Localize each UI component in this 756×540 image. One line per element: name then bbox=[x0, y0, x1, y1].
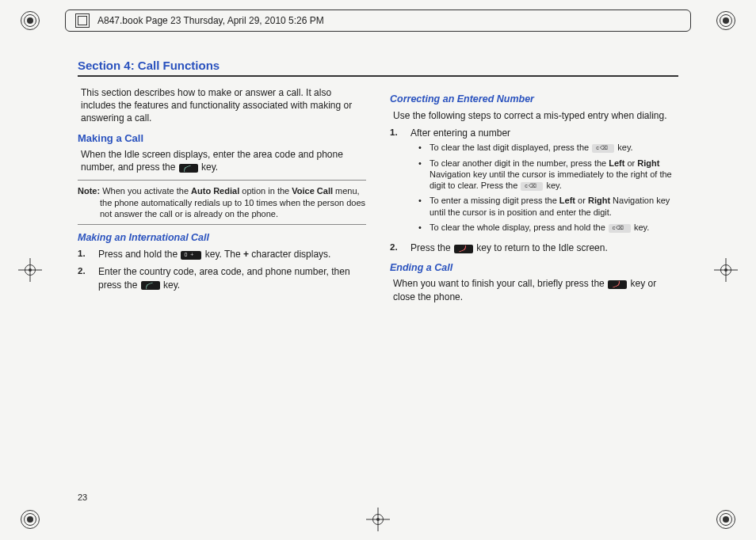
crop-mark-icon bbox=[21, 11, 40, 30]
header-bar: A847.book Page 23 Thursday, April 29, 20… bbox=[65, 10, 691, 32]
intro-text: This section describes how to make or an… bbox=[78, 86, 366, 125]
bullet-clear-whole: •To clear the whole display, press and h… bbox=[418, 222, 678, 233]
crop-mark-icon bbox=[716, 11, 735, 30]
crop-mark-icon bbox=[716, 510, 735, 529]
ending-call-heading: Ending a Call bbox=[390, 261, 678, 275]
intl-step-1: 1. Press and hold the key. The + charact… bbox=[78, 248, 366, 260]
crop-mark-icon bbox=[21, 510, 40, 529]
registration-mark-icon bbox=[716, 260, 735, 280]
bullet-clear-last: •To clear the last digit displayed, pres… bbox=[418, 142, 678, 153]
end-key-icon bbox=[454, 245, 473, 253]
intl-call-heading: Making an International Call bbox=[78, 231, 366, 245]
note-block: Note: When you activate the Auto Redial … bbox=[78, 180, 366, 225]
zero-plus-key-icon bbox=[181, 251, 201, 260]
ending-call-text: When you want to finish your call, brief… bbox=[390, 277, 678, 302]
registration-mark-icon bbox=[21, 260, 40, 280]
clear-key-icon bbox=[592, 144, 614, 153]
correct-step-1: 1. After entering a number •To clear the… bbox=[390, 127, 678, 237]
clear-key-icon bbox=[609, 224, 631, 233]
page-content: Section 4: Call Functions This section d… bbox=[65, 44, 691, 485]
doc-frame-icon bbox=[75, 13, 90, 28]
making-a-call-heading: Making a Call bbox=[78, 131, 366, 146]
send-key-icon bbox=[179, 164, 198, 173]
end-key-icon bbox=[608, 280, 627, 289]
send-key-icon bbox=[141, 281, 160, 290]
bullet-clear-other: •To clear another digit in the number, p… bbox=[418, 158, 678, 192]
registration-mark-icon bbox=[368, 510, 388, 529]
note-label: Note: bbox=[78, 186, 102, 196]
right-column: Correcting an Entered Number Use the fol… bbox=[390, 86, 678, 308]
correcting-intro: Use the following steps to correct a mis… bbox=[390, 109, 678, 122]
intl-step-2: 2. Enter the country code, area code, an… bbox=[78, 265, 366, 291]
section-title: Section 4: Call Functions bbox=[78, 59, 678, 77]
page-number: 23 bbox=[78, 492, 87, 502]
correcting-heading: Correcting an Entered Number bbox=[390, 93, 678, 106]
correct-step-2: 2. Press the key to return to the Idle s… bbox=[390, 241, 678, 254]
header-text: A847.book Page 23 Thursday, April 29, 20… bbox=[97, 15, 324, 26]
clear-key-icon bbox=[521, 182, 543, 191]
making-a-call-text: When the Idle screen displays, enter the… bbox=[78, 148, 366, 173]
left-column: This section describes how to make or an… bbox=[78, 86, 366, 308]
bullet-enter-missing: •To enter a missing digit press the Left… bbox=[418, 195, 678, 218]
